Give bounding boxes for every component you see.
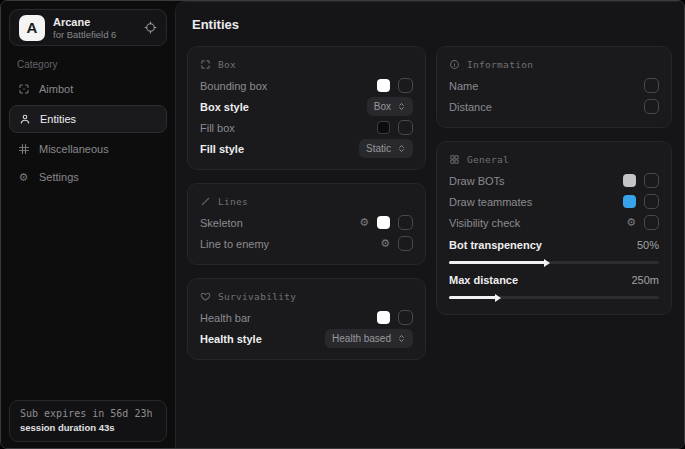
main-panel: Entities Box Bounding box (175, 1, 685, 449)
row-label: Fill box (200, 122, 235, 134)
grid-icon (17, 143, 30, 155)
row-label: Skeleton (200, 217, 243, 229)
gear-icon: ⚙ (17, 172, 30, 183)
chevron-up-down-icon (397, 144, 406, 153)
row-label: Distance (449, 101, 492, 113)
gear-icon[interactable]: ⚙ (359, 217, 369, 228)
row-health-style: Health style Health based (200, 328, 413, 349)
row-skeleton: Skeleton ⚙ (200, 212, 413, 233)
checkbox[interactable] (644, 99, 659, 114)
row-box-style: Box style Box (200, 96, 413, 117)
right-column: Information Name Distance General (436, 46, 672, 315)
section-general-header: General (449, 154, 659, 165)
row-visibility-check: Visibility check ⚙ (449, 212, 659, 233)
left-column: Box Bounding box Box style Box (187, 46, 426, 360)
sidebar-item-miscellaneous[interactable]: Miscellaneous (9, 135, 167, 163)
checkbox[interactable] (644, 173, 659, 188)
crosshair-icon[interactable] (144, 21, 157, 34)
color-swatch[interactable] (377, 216, 390, 229)
section-title: Box (218, 59, 236, 70)
checkbox[interactable] (644, 215, 659, 230)
gear-icon[interactable]: ⚙ (626, 217, 636, 228)
checkbox[interactable] (398, 215, 413, 230)
section-title: Information (467, 59, 533, 70)
row-bounding-box: Bounding box (200, 75, 413, 96)
color-swatch[interactable] (623, 174, 636, 187)
subscription-footer-card: Sub expires in 56d 23h session duration … (9, 400, 167, 442)
row-fill-box: Fill box (200, 117, 413, 138)
category-label: Category (17, 59, 175, 70)
checkbox[interactable] (398, 78, 413, 93)
row-fill-style: Fill style Static (200, 138, 413, 159)
sidebar-nav: Aimbot Entities Miscellaneous ⚙ Settings (1, 75, 175, 191)
checkbox[interactable] (644, 194, 659, 209)
line-icon (200, 196, 211, 207)
color-swatch[interactable] (623, 195, 636, 208)
row-label: Health style (200, 333, 262, 345)
row-label: Fill style (200, 143, 244, 155)
checkbox[interactable] (398, 236, 413, 251)
color-swatch[interactable] (377, 121, 390, 134)
gear-icon[interactable]: ⚙ (380, 238, 390, 249)
page-title: Entities (176, 2, 685, 32)
info-icon (449, 59, 460, 70)
row-line-to-enemy: Line to enemy ⚙ (200, 233, 413, 254)
section-box-header: Box (200, 59, 413, 70)
slider-value: 50% (637, 239, 659, 251)
session-duration-text: session duration 43s (20, 422, 156, 433)
section-survivability: Survivability Health bar Health style He… (187, 278, 426, 360)
section-title: Survivability (218, 291, 296, 302)
heart-icon (200, 291, 211, 302)
arcane-window: A Arcane for Battlefield 6 Category Aimb… (0, 0, 685, 449)
scan-corners-icon (200, 59, 211, 70)
row-distance: Distance (449, 96, 659, 117)
max-distance-slider[interactable] (449, 296, 659, 299)
section-title: Lines (218, 196, 248, 207)
bot-transparency-slider[interactable] (449, 261, 659, 264)
sidebar-item-aimbot[interactable]: Aimbot (9, 75, 167, 103)
section-lines: Lines Skeleton ⚙ Line to enemy ⚙ (187, 183, 426, 265)
row-health-bar: Health bar (200, 307, 413, 328)
grid-icon (449, 154, 460, 165)
sidebar-item-settings[interactable]: ⚙ Settings (9, 163, 167, 191)
row-draw-bots: Draw BOTs (449, 170, 659, 191)
section-lines-header: Lines (200, 196, 413, 207)
row-label: Line to enemy (200, 238, 269, 250)
color-swatch[interactable] (377, 311, 390, 324)
slider-thumb[interactable] (544, 259, 550, 267)
sidebar-item-label: Miscellaneous (39, 143, 109, 155)
chevron-up-down-icon (397, 102, 406, 111)
row-label: Name (449, 80, 478, 92)
checkbox[interactable] (398, 120, 413, 135)
section-survivability-header: Survivability (200, 291, 413, 302)
row-name: Name (449, 75, 659, 96)
chevron-up-down-icon (397, 334, 406, 343)
health-style-dropdown[interactable]: Health based (325, 329, 413, 348)
row-label: Bot transpenency (449, 239, 542, 251)
row-label: Visibility check (449, 217, 520, 229)
sidebar-item-label: Settings (39, 171, 79, 183)
brand-subtitle: for Battlefield 6 (53, 29, 116, 40)
crosshair-icon (17, 83, 30, 95)
dropdown-value: Box (374, 101, 391, 112)
row-bot-transparency: Bot transpenency 50% (449, 234, 659, 264)
sidebar-item-entities[interactable]: Entities (9, 105, 167, 133)
slider-thumb[interactable] (495, 294, 501, 302)
fill-style-dropdown[interactable]: Static (359, 139, 413, 158)
color-swatch[interactable] (377, 79, 390, 92)
section-information-header: Information (449, 59, 659, 70)
section-title: General (467, 154, 509, 165)
brand-card: A Arcane for Battlefield 6 (9, 9, 167, 46)
sidebar-item-label: Entities (40, 113, 76, 125)
checkbox[interactable] (398, 310, 413, 325)
checkbox[interactable] (644, 78, 659, 93)
sub-expires-text: Sub expires in 56d 23h (20, 408, 156, 419)
sidebar: A Arcane for Battlefield 6 Category Aimb… (1, 1, 175, 448)
brand-avatar: A (19, 15, 45, 41)
row-label: Bounding box (200, 80, 267, 92)
row-draw-teammates: Draw teammates (449, 191, 659, 212)
row-label: Health bar (200, 312, 251, 324)
row-max-distance: Max distance 250m (449, 269, 659, 299)
brand-name: Arcane (53, 16, 116, 28)
box-style-dropdown[interactable]: Box (367, 97, 413, 116)
